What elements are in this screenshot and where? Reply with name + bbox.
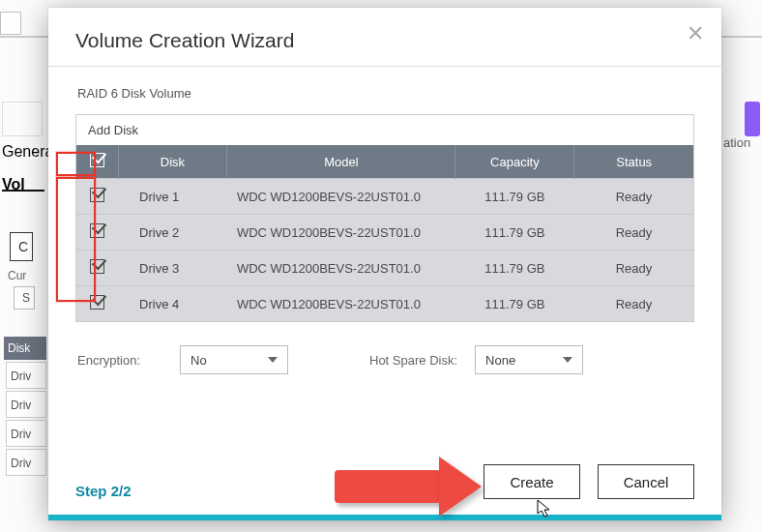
cell-disk: Drive 4 bbox=[118, 286, 227, 322]
cell-model: WDC WD1200BEVS-22UST01.0 bbox=[227, 179, 455, 215]
bg-tab-underline bbox=[2, 190, 44, 192]
table-row[interactable]: Drive 2 WDC WD1200BEVS-22UST01.0 111.79 … bbox=[76, 215, 693, 251]
col-header-capacity[interactable]: Capacity bbox=[455, 145, 574, 179]
col-header-status[interactable]: Status bbox=[574, 145, 693, 179]
cell-capacity: 111.79 GB bbox=[455, 179, 574, 215]
options-row: Encryption: No Hot Spare Disk: None bbox=[77, 345, 692, 374]
bg-right-label: ation bbox=[723, 135, 762, 155]
hotspare-value: None bbox=[485, 353, 515, 368]
cell-capacity: 111.79 GB bbox=[455, 215, 574, 251]
cell-status: Ready bbox=[574, 286, 693, 322]
row-checkbox[interactable] bbox=[90, 188, 104, 202]
cell-model: WDC WD1200BEVS-22UST01.0 bbox=[227, 215, 455, 251]
create-button[interactable]: Create bbox=[484, 464, 580, 499]
modal-footer: Create Cancel Step 2/2 bbox=[48, 447, 721, 520]
cell-capacity: 111.79 GB bbox=[455, 286, 574, 322]
cell-model: WDC WD1200BEVS-22UST01.0 bbox=[227, 251, 455, 286]
cell-capacity: 111.79 GB bbox=[455, 251, 574, 286]
col-header-disk[interactable]: Disk bbox=[118, 145, 227, 179]
disk-table: Disk Model Capacity Status Drive 1 WDC W… bbox=[76, 145, 693, 321]
bg-thumb bbox=[2, 102, 43, 136]
bg-row: Driv bbox=[6, 420, 46, 447]
encryption-label: Encryption: bbox=[77, 353, 162, 368]
row-checkbox[interactable] bbox=[90, 259, 104, 274]
bg-label-cur: Cur bbox=[8, 269, 26, 282]
accent-bar bbox=[48, 515, 721, 520]
chevron-down-icon bbox=[563, 357, 572, 363]
table-row[interactable]: Drive 3 WDC WD1200BEVS-22UST01.0 111.79 … bbox=[76, 251, 693, 286]
encryption-select[interactable]: No bbox=[180, 345, 288, 374]
table-row[interactable]: Drive 1 WDC WD1200BEVS-22UST01.0 111.79 … bbox=[76, 179, 693, 215]
cancel-button[interactable]: Cancel bbox=[598, 464, 694, 499]
volume-creation-wizard-modal: Volume Creation Wizard ✕ RAID 6 Disk Vol… bbox=[48, 8, 721, 520]
hotspare-label: Hot Spare Disk: bbox=[369, 353, 457, 368]
bg-label-general: Genera bbox=[2, 143, 53, 161]
cell-status: Ready bbox=[574, 179, 693, 215]
col-header-checkbox[interactable] bbox=[76, 145, 118, 179]
cell-status: Ready bbox=[574, 251, 693, 286]
add-disk-button[interactable]: Add Disk bbox=[76, 115, 693, 145]
bg-right-icon bbox=[745, 102, 760, 136]
row-checkbox[interactable] bbox=[90, 295, 104, 310]
volume-type-label: RAID 6 Disk Volume bbox=[77, 86, 694, 101]
table-row[interactable]: Drive 4 WDC WD1200BEVS-22UST01.0 111.79 … bbox=[76, 286, 693, 322]
bg-row: Driv bbox=[6, 391, 46, 418]
modal-title: Volume Creation Wizard bbox=[75, 29, 694, 52]
select-all-checkbox[interactable] bbox=[90, 153, 104, 167]
modal-header: Volume Creation Wizard ✕ bbox=[48, 8, 721, 67]
cell-disk: Drive 3 bbox=[118, 251, 227, 286]
disk-table-wrap: Add Disk Disk Model Capacity Status bbox=[75, 114, 694, 322]
cell-disk: Drive 1 bbox=[118, 179, 227, 215]
close-icon[interactable]: ✕ bbox=[687, 23, 704, 44]
col-header-model[interactable]: Model bbox=[227, 145, 455, 179]
bg-row: Driv bbox=[6, 449, 46, 476]
cell-disk: Drive 2 bbox=[118, 215, 227, 251]
row-checkbox[interactable] bbox=[90, 223, 104, 238]
bg-splitter bbox=[0, 12, 21, 35]
bg-header-disk: Disk bbox=[4, 337, 46, 360]
bg-button-c: C bbox=[10, 232, 33, 261]
chevron-down-icon bbox=[268, 357, 278, 363]
bg-button-s: S bbox=[14, 286, 35, 310]
encryption-value: No bbox=[190, 353, 207, 368]
step-indicator: Step 2/2 bbox=[75, 483, 132, 499]
cell-status: Ready bbox=[574, 215, 693, 251]
bg-row: Driv bbox=[6, 362, 46, 389]
hotspare-select[interactable]: None bbox=[475, 345, 583, 374]
cell-model: WDC WD1200BEVS-22UST01.0 bbox=[227, 286, 455, 322]
